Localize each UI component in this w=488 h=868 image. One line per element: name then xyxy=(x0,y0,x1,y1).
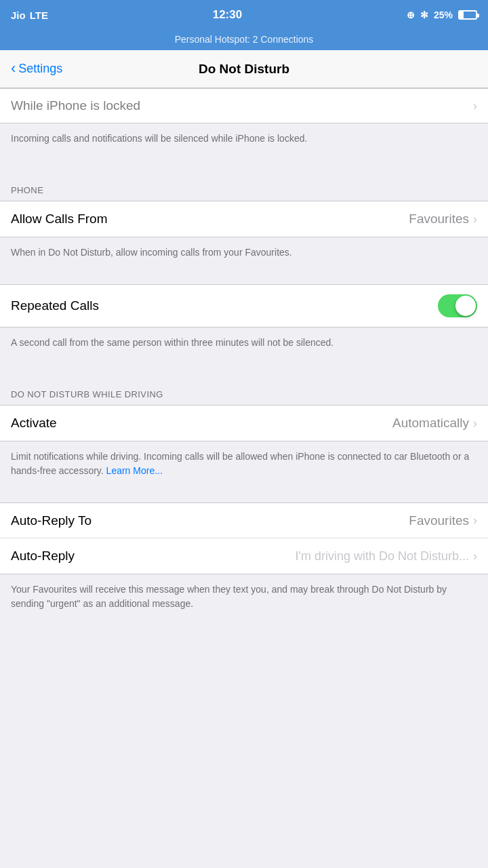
auto-reply-description-text: Your Favourites will receive this messag… xyxy=(11,584,447,609)
back-chevron-icon: ‹ xyxy=(11,61,16,76)
allow-calls-section: Allow Calls From Favourites › xyxy=(0,201,488,237)
repeated-calls-description: A second call from the same person withi… xyxy=(0,328,488,361)
repeated-calls-section: Repeated Calls xyxy=(0,284,488,328)
auto-reply-label: Auto-Reply xyxy=(11,549,75,564)
allow-calls-chevron: › xyxy=(473,212,477,226)
repeated-calls-toggle[interactable] xyxy=(438,294,477,317)
divider-2 xyxy=(0,271,488,284)
allow-calls-description: When in Do Not Disturb, allow incoming c… xyxy=(0,237,488,271)
activate-value: Automatically › xyxy=(392,416,477,431)
hotspot-text: Personal Hotspot: 2 Connections xyxy=(175,34,314,45)
driving-section-header: DO NOT DISTURB WHILE DRIVING xyxy=(0,374,488,405)
while-locked-chevron: › xyxy=(473,99,477,113)
time-label: 12:30 xyxy=(213,8,242,22)
driving-description: Limit notifications while driving. Incom… xyxy=(0,441,488,489)
allow-calls-value: Favourites › xyxy=(409,212,477,226)
auto-reply-value: I'm driving with Do Not Disturb... › xyxy=(295,549,477,564)
auto-reply-chevron: › xyxy=(473,549,477,564)
activate-section: Activate Automatically › xyxy=(0,405,488,441)
driving-description-text: Limit notifications while driving. Incom… xyxy=(11,451,469,476)
locked-description: Incoming calls and notifications will be… xyxy=(0,123,488,157)
allow-calls-row[interactable]: Allow Calls From Favourites › xyxy=(0,201,488,237)
auto-reply-to-label: Auto-Reply To xyxy=(11,513,92,528)
auto-reply-section: Auto-Reply To Favourites › Auto-Reply I'… xyxy=(0,502,488,574)
allow-calls-value-text: Favourites xyxy=(409,212,469,226)
battery-fill xyxy=(460,12,464,18)
status-right: ⊕ ✻ 25% xyxy=(407,9,477,20)
activate-label: Activate xyxy=(11,416,57,431)
divider-4 xyxy=(0,489,488,502)
page-title: Do Not Disturb xyxy=(199,62,289,77)
repeated-calls-row[interactable]: Repeated Calls xyxy=(0,285,488,327)
learn-more-link[interactable]: Learn More... xyxy=(106,465,163,476)
activate-value-text: Automatically xyxy=(392,416,469,431)
battery-icon xyxy=(458,10,477,20)
auto-reply-placeholder: I'm driving with Do Not Disturb... xyxy=(295,549,469,564)
hotspot-bar: Personal Hotspot: 2 Connections xyxy=(0,30,488,50)
network-label: LTE xyxy=(30,9,48,21)
battery-percent: 25% xyxy=(434,9,453,20)
activate-chevron: › xyxy=(473,416,477,431)
auto-reply-to-chevron: › xyxy=(473,513,477,528)
while-locked-label: While iPhone is locked xyxy=(11,98,140,113)
status-bar: Jio LTE 12:30 ⊕ ✻ 25% xyxy=(0,0,488,30)
back-button[interactable]: ‹ Settings xyxy=(11,62,62,76)
bluetooth-icon: ✻ xyxy=(420,9,428,20)
repeated-calls-description-text: A second call from the same person withi… xyxy=(11,337,333,348)
auto-reply-to-value-text: Favourites xyxy=(409,513,469,528)
allow-calls-description-text: When in Do Not Disturb, allow incoming c… xyxy=(11,247,292,258)
divider-3 xyxy=(0,361,488,374)
back-label: Settings xyxy=(18,62,62,76)
allow-calls-label: Allow Calls From xyxy=(11,212,108,226)
activate-row[interactable]: Activate Automatically › xyxy=(0,406,488,441)
toggle-knob xyxy=(455,296,476,316)
auto-reply-row[interactable]: Auto-Reply I'm driving with Do Not Distu… xyxy=(0,538,488,574)
phone-section-header: PHONE xyxy=(0,170,488,201)
carrier-label: Jio xyxy=(11,9,26,21)
auto-reply-to-value: Favourites › xyxy=(409,513,477,528)
status-left: Jio LTE xyxy=(11,9,48,21)
repeated-calls-label: Repeated Calls xyxy=(11,298,99,313)
divider-1 xyxy=(0,157,488,170)
divider-5 xyxy=(0,622,488,635)
auto-reply-description: Your Favourites will receive this messag… xyxy=(0,574,488,622)
content: While iPhone is locked › Incoming calls … xyxy=(0,88,488,635)
auto-reply-to-row[interactable]: Auto-Reply To Favourites › xyxy=(0,503,488,538)
while-locked-row[interactable]: While iPhone is locked › xyxy=(0,88,488,123)
location-icon: ⊕ xyxy=(407,9,415,20)
nav-bar: ‹ Settings Do Not Disturb xyxy=(0,50,488,88)
locked-description-text: Incoming calls and notifications will be… xyxy=(11,133,307,144)
